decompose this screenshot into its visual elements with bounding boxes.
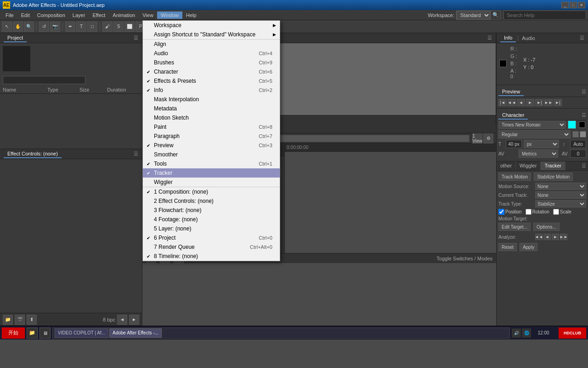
menu-footage[interactable]: 4 Footage: (none) — [143, 215, 280, 224]
info-check: ✔ — [147, 88, 150, 93]
info-menu-label: Info — [154, 87, 163, 93]
menu-smoother[interactable]: Smoother — [143, 150, 280, 159]
project-menu-label: 6 Project — [154, 235, 175, 241]
paragraph-label: Paragraph — [154, 133, 180, 139]
footage-menu-label: 4 Footage: (none) — [154, 216, 198, 223]
menu-section-workspace: Workspace Assign Shortcut to "Standard" … — [143, 21, 280, 40]
window-dropdown-menu: Workspace Assign Shortcut to "Standard" … — [142, 20, 280, 261]
menu-audio[interactable]: Audio Ctrl+4 — [143, 49, 280, 58]
menu-paragraph[interactable]: Paragraph Ctrl+7 — [143, 132, 280, 141]
menu-layer[interactable]: 5 Layer: (none) — [143, 224, 280, 233]
align-label: Align — [154, 41, 166, 47]
menu-wiggler[interactable]: Wiggler — [143, 178, 280, 187]
wiggler-label: Wiggler — [154, 179, 173, 185]
menu-assign-shortcut[interactable]: Assign Shortcut to "Standard" Workspace — [143, 30, 280, 39]
motion-sketch-label: Motion Sketch — [154, 115, 189, 121]
brushes-label: Brushes — [154, 59, 174, 66]
menu-comp-none[interactable]: ✔ 1 Composition: (none) — [143, 187, 280, 196]
effects-presets-label: Effects & Presets — [154, 78, 196, 84]
menu-effect-controls[interactable]: 2 Effect Controls: (none) — [143, 196, 280, 206]
metadata-label: Metadata — [154, 105, 177, 112]
project-check: ✔ — [147, 236, 150, 241]
effect-controls-menu-label: 2 Effect Controls: (none) — [154, 198, 214, 204]
menu-tracker[interactable]: ✔ Tracker — [143, 168, 280, 178]
mask-interp-label: Mask Interpolation — [154, 96, 199, 103]
menu-info[interactable]: ✔ Info Ctrl+2 — [143, 86, 280, 95]
audio-shortcut: Ctrl+4 — [259, 51, 272, 56]
menu-project[interactable]: ✔ 6 Project Ctrl+0 — [143, 233, 280, 242]
menu-overlay[interactable]: Workspace Assign Shortcut to "Standard" … — [0, 0, 588, 368]
menu-brushes[interactable]: Brushes Ctrl+9 — [143, 58, 280, 67]
render-queue-menu-label: 7 Render Queue — [154, 244, 195, 250]
layer-menu-label: 5 Layer: (none) — [154, 225, 191, 232]
timeline-check: ✔ — [147, 254, 150, 259]
comp-check: ✔ — [147, 190, 150, 195]
character-label: Character — [154, 69, 178, 75]
effects-shortcut: Ctrl+5 — [259, 78, 272, 84]
preview-check: ✔ — [147, 143, 150, 148]
audio-label: Audio — [154, 50, 168, 57]
menu-motion-sketch[interactable]: Motion Sketch — [143, 113, 280, 122]
character-check: ✔ — [147, 69, 150, 75]
tools-label: Tools — [154, 161, 167, 167]
menu-section-windows: ✔ 1 Composition: (none) 2 Effect Control… — [143, 187, 280, 261]
menu-effects-presets[interactable]: ✔ Effects & Presets Ctrl+5 — [143, 76, 280, 86]
smoother-label: Smoother — [154, 151, 178, 158]
menu-mask-interpolation[interactable]: Mask Interpolation — [143, 95, 280, 104]
menu-metadata[interactable]: Metadata — [143, 104, 280, 113]
menu-preview[interactable]: ✔ Preview Ctrl+3 — [143, 141, 280, 150]
effects-check: ✔ — [147, 79, 150, 84]
assign-shortcut-label: Assign Shortcut to "Standard" Workspace — [154, 31, 255, 38]
preview-menu-label: Preview — [154, 142, 174, 149]
workspace-menu-label: Workspace — [154, 22, 181, 29]
menu-render-queue[interactable]: 7 Render Queue Ctrl+Alt+0 — [143, 242, 280, 252]
render-queue-shortcut: Ctrl+Alt+0 — [250, 244, 272, 250]
menu-align[interactable]: Align — [143, 40, 280, 49]
tracker-menu-label: Tracker — [154, 170, 172, 176]
brushes-shortcut: Ctrl+9 — [259, 60, 272, 65]
tools-shortcut: Ctrl+1 — [259, 161, 272, 167]
tracker-check: ✔ — [147, 171, 150, 176]
tools-check: ✔ — [147, 161, 150, 167]
info-shortcut: Ctrl+2 — [259, 87, 272, 93]
paint-shortcut: Ctrl+8 — [259, 124, 272, 130]
paragraph-shortcut: Ctrl+7 — [259, 133, 272, 139]
menu-paint[interactable]: Paint Ctrl+8 — [143, 122, 280, 132]
flowchart-label: 3 Flowchart: (none) — [154, 207, 201, 213]
menu-flowchart[interactable]: 3 Flowchart: (none) — [143, 206, 280, 215]
menu-character[interactable]: ✔ Character Ctrl+6 — [143, 67, 280, 76]
comp-none-label: 1 Composition: (none) — [154, 189, 208, 195]
character-shortcut: Ctrl+6 — [259, 69, 272, 75]
timeline-menu-label: 8 Timeline: (none) — [154, 253, 198, 259]
paint-label: Paint — [154, 124, 166, 130]
menu-tools[interactable]: ✔ Tools Ctrl+1 — [143, 159, 280, 168]
project-shortcut: Ctrl+0 — [259, 235, 272, 241]
preview-shortcut: Ctrl+3 — [259, 143, 272, 148]
menu-timeline[interactable]: ✔ 8 Timeline: (none) — [143, 252, 280, 261]
menu-workspace[interactable]: Workspace — [143, 21, 280, 30]
menu-section-panels: Align Audio Ctrl+4 Brushes Ctrl+9 ✔ Char… — [143, 40, 280, 187]
